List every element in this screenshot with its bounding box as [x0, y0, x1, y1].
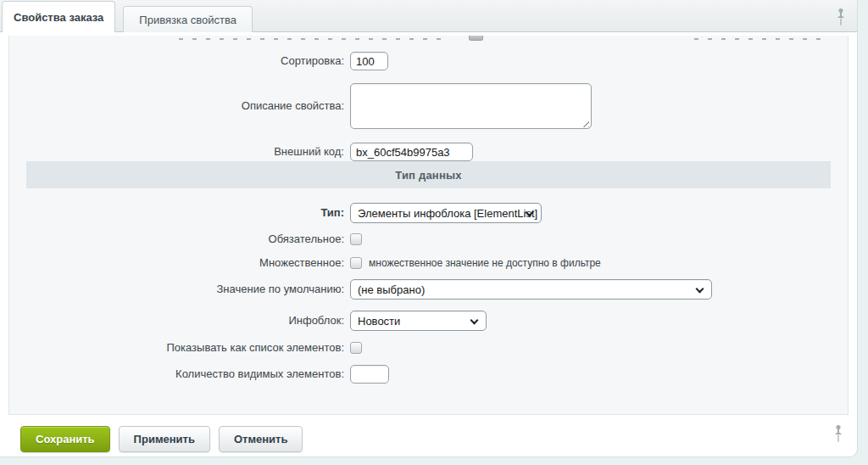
- sort-input[interactable]: [350, 52, 388, 70]
- pin-icon[interactable]: [835, 8, 847, 26]
- multiple-row: Множественное: множественное значение не…: [9, 256, 848, 270]
- type-select-value: Элементы инфоблока [ElementList]: [358, 207, 537, 220]
- pin-icon[interactable]: [832, 424, 844, 443]
- section-header-type-data: Тип данных: [26, 161, 831, 188]
- multiple-note: множественное значение не доступно в фил…: [369, 257, 601, 269]
- content-card: Свойства заказа Привязка свойства Сортир…: [0, 0, 858, 457]
- save-button[interactable]: Сохранить: [20, 426, 110, 452]
- default-value-select-value: (не выбрано): [358, 283, 425, 296]
- sort-row: Сортировка:: [9, 52, 848, 70]
- description-row: Описание свойства:: [9, 83, 848, 132]
- type-label: Тип:: [9, 206, 350, 220]
- show-as-list-row: Показывать как список элементов:: [9, 341, 848, 355]
- tab-property-binding[interactable]: Привязка свойства: [123, 6, 253, 32]
- default-value-row: Значение по умолчанию: (не выбрано): [9, 279, 848, 300]
- external-code-row: Внешний код:: [9, 143, 848, 161]
- type-select[interactable]: Элементы инфоблока [ElementList]: [350, 203, 542, 223]
- tab-bar: Свойства заказа Привязка свойства: [0, 0, 857, 32]
- sort-label: Сортировка:: [9, 54, 350, 68]
- description-label: Описание свойства:: [9, 83, 350, 113]
- external-code-label: Внешний код:: [9, 145, 350, 159]
- infoblock-row: Инфоблок: Новости: [9, 311, 848, 331]
- visible-count-label: Количество видимых элементов:: [9, 367, 350, 381]
- clipped-text-remnant: [179, 38, 450, 40]
- infoblock-label: Инфоблок:: [9, 314, 350, 328]
- default-value-select[interactable]: (не выбрано): [350, 279, 712, 300]
- show-as-list-label: Показывать как список элементов:: [9, 341, 350, 355]
- visible-count-input[interactable]: [350, 365, 389, 384]
- infoblock-select-value: Новости: [358, 315, 400, 328]
- clipped-checkbox-remnant: [469, 36, 483, 41]
- multiple-label: Множественное:: [9, 256, 350, 270]
- tab-order-properties-label: Свойства заказа: [14, 11, 103, 24]
- form-footer: Сохранить Применить Отменить: [0, 415, 858, 457]
- chevron-down-icon: [696, 285, 704, 294]
- apply-button[interactable]: Применить: [119, 426, 210, 452]
- description-textarea[interactable]: [350, 83, 592, 129]
- cancel-button[interactable]: Отменить: [219, 426, 303, 452]
- visible-count-row: Количество видимых элементов:: [9, 365, 848, 384]
- clipped-text-remnant: [694, 38, 821, 40]
- form-panel: Сортировка: Описание свойства: Внешний к…: [8, 36, 849, 415]
- clipped-row-remnant: [9, 36, 848, 42]
- infoblock-select[interactable]: Новости: [350, 311, 487, 331]
- tab-order-properties[interactable]: Свойства заказа: [2, 1, 115, 32]
- required-label: Обязательное:: [9, 232, 350, 246]
- external-code-input[interactable]: [350, 143, 473, 161]
- required-row: Обязательное:: [9, 232, 848, 246]
- type-row: Тип: Элементы инфоблока [ElementList]: [9, 203, 848, 223]
- default-value-label: Значение по умолчанию:: [9, 283, 350, 296]
- button-row: Сохранить Применить Отменить: [0, 415, 858, 452]
- multiple-checkbox[interactable]: [350, 257, 362, 269]
- tab-property-binding-label: Привязка свойства: [139, 14, 236, 26]
- show-as-list-checkbox[interactable]: [350, 342, 362, 354]
- required-checkbox[interactable]: [350, 233, 362, 245]
- section-header-title: Тип данных: [395, 169, 461, 182]
- chevron-down-icon: [470, 317, 479, 325]
